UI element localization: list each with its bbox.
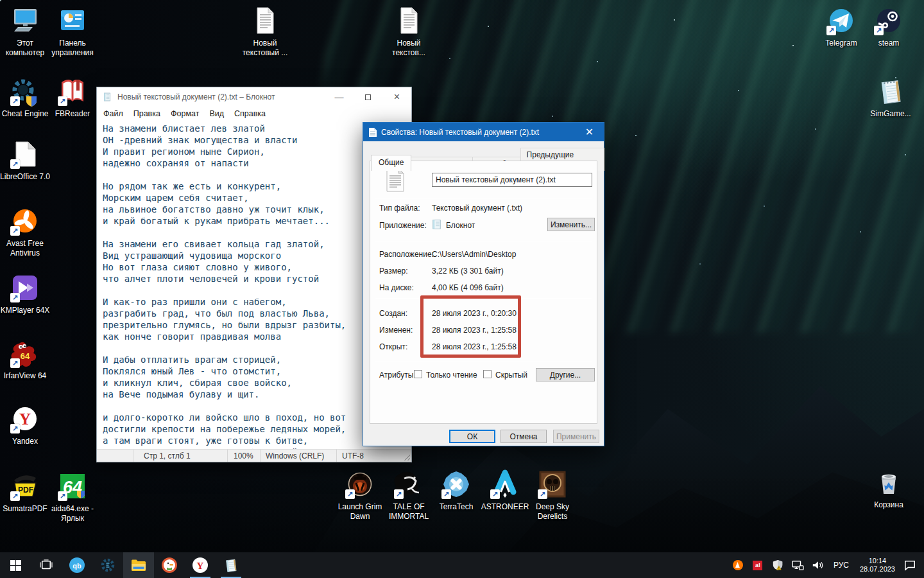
tray-time: 10:14 bbox=[869, 557, 887, 565]
readonly-checkbox[interactable] bbox=[414, 370, 422, 378]
desktop: Этот компьютер Панель управления ↗ Cheat… bbox=[0, 0, 924, 578]
duckduckgo-icon bbox=[161, 557, 178, 574]
svg-text:qb: qb bbox=[73, 562, 81, 570]
desktop-icon-tale-of-immortal[interactable]: ↗ TALE OF IMMORTAL bbox=[384, 469, 434, 521]
close-button[interactable]: × bbox=[382, 87, 411, 107]
notepad-app-icon bbox=[431, 219, 442, 230]
menu-file[interactable]: Файл bbox=[98, 108, 128, 119]
taskbar-yandex-browser[interactable]: Y bbox=[185, 552, 216, 578]
change-app-button[interactable]: Изменить... bbox=[547, 218, 595, 231]
shortcut-arrow-icon: ↗ bbox=[10, 424, 20, 434]
desktop-icon-kmplayer[interactable]: ↗ KMPlayer 64X bbox=[0, 272, 50, 315]
location-label: Расположение: bbox=[379, 250, 434, 259]
taskbar-notepad[interactable] bbox=[216, 552, 246, 578]
dialog-titlebar[interactable]: Свойства: Новый текстовый документ (2).t… bbox=[363, 123, 604, 141]
desktop-icon-fbreader[interactable]: ↗ FBReader bbox=[47, 76, 98, 119]
icon-label: Панель управления bbox=[47, 39, 98, 58]
desktop-icon-steam[interactable]: ↗ steam bbox=[864, 5, 914, 48]
modified-label: Изменен: bbox=[379, 326, 413, 335]
hidden-label: Скрытый bbox=[495, 371, 527, 380]
icon-label: ASTRONEER bbox=[481, 502, 529, 512]
maximize-button[interactable] bbox=[354, 87, 382, 107]
svg-text:Y: Y bbox=[197, 561, 204, 571]
file-type-label: Тип файла: bbox=[379, 204, 420, 213]
desktop-icon-yandex[interactable]: Y ↗ Yandex bbox=[0, 403, 50, 446]
steam-icon: ↗ bbox=[873, 5, 904, 36]
desktop-icon-cheat-engine[interactable]: ↗ Cheat Engine bbox=[0, 76, 50, 119]
shortcut-arrow-icon: ↗ bbox=[394, 489, 404, 499]
taskbar-duckduckgo[interactable] bbox=[154, 552, 185, 578]
apply-button[interactable]: Применить bbox=[553, 430, 599, 443]
menu-edit[interactable]: Правка bbox=[128, 108, 166, 119]
notepad-titlebar[interactable]: Новый текстовый документ (2).txt – Блокн… bbox=[97, 87, 411, 107]
cheat-engine-icon: ↗ bbox=[10, 76, 40, 107]
action-center-icon[interactable] bbox=[902, 557, 918, 574]
icon-label: Avast Free Antivirus bbox=[0, 239, 50, 258]
desktop-icon-newdoc1[interactable]: Новый текстовый ... bbox=[240, 5, 290, 58]
taskbar-qbittorrent[interactable]: qb bbox=[62, 552, 92, 578]
menu-format[interactable]: Формат bbox=[166, 108, 204, 119]
aida64-tray-icon[interactable]: a! bbox=[750, 557, 766, 574]
status-line-ending: Windows (CRLF) bbox=[260, 450, 336, 462]
desktop-icon-libreoffice[interactable]: ↗ LibreOffice 7.0 bbox=[0, 139, 50, 182]
desktop-icon-astroneer[interactable]: ↗ ASTRONEER bbox=[480, 469, 530, 512]
close-icon[interactable]: ✕ bbox=[575, 123, 604, 141]
windows-logo-icon bbox=[10, 560, 21, 571]
desktop-icon-avast[interactable]: ↗ Avast Free Antivirus bbox=[0, 206, 50, 258]
desktop-icon-control-panel[interactable]: Панель управления bbox=[47, 5, 98, 58]
stars bbox=[0, 0, 1, 1]
desktop-icon-aida64[interactable]: 64 ↗ aida64.exe - Ярлык bbox=[47, 471, 98, 523]
avast-tray-icon[interactable] bbox=[730, 557, 746, 574]
app-label: Приложение: bbox=[379, 221, 427, 230]
ok-button[interactable]: ОК bbox=[449, 430, 495, 443]
language-indicator[interactable]: РУС bbox=[830, 561, 853, 570]
desktop-icon-recycle-bin[interactable]: Корзина bbox=[864, 467, 914, 510]
shortcut-arrow-icon: ↗ bbox=[490, 489, 500, 499]
desktop-icon-sumatrapdf[interactable]: PDF ↗ SumatraPDF bbox=[0, 471, 50, 514]
desktop-icon-grim-dawn[interactable]: ↗ Launch Grim Dawn bbox=[335, 469, 385, 521]
desktop-icon-terratech[interactable]: ↗ TerraTech bbox=[431, 469, 481, 512]
icon-label: Новый текстовый ... bbox=[240, 39, 290, 58]
svg-text:64: 64 bbox=[21, 351, 30, 361]
task-view-button[interactable] bbox=[31, 552, 62, 578]
desktop-icon-irfanview[interactable]: 64 ↗ IrfanView 64 bbox=[0, 338, 50, 381]
tab-general[interactable]: Общие bbox=[371, 155, 411, 171]
taskbar-file-explorer[interactable] bbox=[123, 552, 154, 578]
file-explorer-icon bbox=[130, 557, 147, 573]
sumatrapdf-icon: PDF ↗ bbox=[10, 471, 40, 502]
fbreader-icon: ↗ bbox=[57, 76, 88, 107]
icon-label: Cheat Engine bbox=[2, 109, 49, 119]
size-value: 3,22 КБ (3 301 байт) bbox=[432, 267, 504, 276]
icon-label: SimGame... bbox=[870, 109, 911, 119]
resize-grip[interactable] bbox=[404, 454, 410, 460]
cheat-engine-icon bbox=[99, 557, 116, 574]
shortcut-arrow-icon: ↗ bbox=[58, 96, 67, 106]
other-attributes-button[interactable]: Другие... bbox=[536, 368, 595, 381]
start-button[interactable] bbox=[0, 552, 31, 578]
hidden-checkbox[interactable] bbox=[483, 370, 492, 378]
filename-input[interactable]: Новый текстовый документ (2).txt bbox=[432, 173, 592, 187]
irfanview-icon: 64 ↗ bbox=[10, 338, 40, 369]
clock[interactable]: 10:14 28.07.2023 bbox=[857, 557, 898, 574]
minimize-button[interactable]: — bbox=[325, 87, 354, 107]
recycle-bin-icon bbox=[873, 467, 904, 498]
shortcut-arrow-icon: ↗ bbox=[10, 226, 20, 236]
shortcut-arrow-icon: ↗ bbox=[441, 489, 451, 499]
desktop-icon-telegram[interactable]: ↗ Telegram bbox=[816, 5, 866, 48]
document-icon bbox=[368, 127, 377, 137]
cancel-button[interactable]: Отмена bbox=[501, 430, 547, 443]
taskbar-cheat-engine[interactable] bbox=[92, 552, 123, 578]
defender-tray-icon[interactable] bbox=[770, 557, 785, 574]
desktop-icon-this-pc[interactable]: Этот компьютер bbox=[0, 5, 50, 58]
icon-label: TerraTech bbox=[440, 502, 474, 512]
desktop-icon-deep-sky[interactable]: ↗ Deep Sky Derelicts bbox=[527, 469, 578, 521]
menu-help[interactable]: Справка bbox=[229, 108, 271, 119]
taskbar: qb Y a! РУС bbox=[0, 552, 924, 578]
desktop-icon-newdoc2[interactable]: Новый текстов... bbox=[384, 5, 434, 58]
shortcut-arrow-icon: ↗ bbox=[10, 358, 20, 368]
network-tray-icon[interactable] bbox=[790, 557, 805, 574]
menu-view[interactable]: Вид bbox=[204, 108, 229, 119]
volume-tray-icon[interactable] bbox=[810, 557, 825, 574]
text-document-icon bbox=[250, 5, 280, 36]
desktop-icon-simgame[interactable]: SimGame... bbox=[866, 76, 916, 119]
